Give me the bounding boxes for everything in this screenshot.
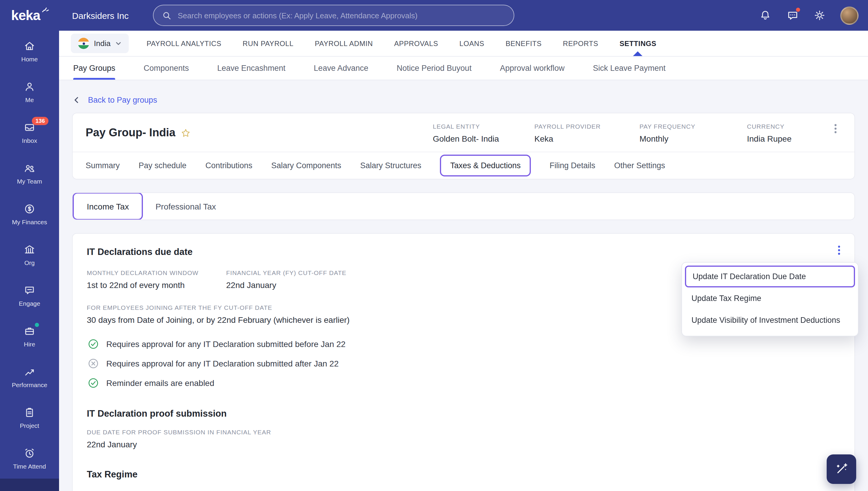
tab-approvals[interactable]: APPROVALS (394, 31, 438, 56)
it-declarations-context-menu: Update IT Declaration Due Date Update Ta… (681, 262, 859, 337)
x-circle-icon (88, 358, 99, 369)
sidebar-item-hire[interactable]: Hire (0, 316, 59, 356)
subtab-leave-encashment[interactable]: Leave Encashment (217, 57, 285, 80)
tab-salary-components[interactable]: Salary Components (271, 161, 341, 170)
sidebar-label: Inbox (22, 137, 37, 144)
subtab-notice-period-buyout[interactable]: Notice Period Buyout (397, 57, 472, 80)
back-link-label: Back to Pay groups (88, 96, 157, 105)
rule-text: Reminder emails are enabled (106, 378, 214, 388)
keka-logo[interactable]: keka (0, 0, 59, 31)
global-search[interactable] (153, 5, 514, 26)
user-avatar[interactable] (840, 6, 859, 25)
tab-pay-schedule[interactable]: Pay schedule (139, 161, 187, 170)
tab-reports[interactable]: REPORTS (563, 31, 598, 56)
team-icon (24, 162, 35, 174)
menu-item-update-visibility-investment-deductions[interactable]: Update Visibility of Investment Deductio… (682, 309, 858, 331)
rule-text: Requires approval for any IT Declaration… (106, 359, 339, 368)
chevron-down-icon (115, 40, 122, 47)
search-input[interactable] (178, 11, 505, 20)
india-flag-icon (78, 38, 89, 49)
subtab-leave-advance[interactable]: Leave Advance (314, 57, 368, 80)
subtab-approval-workflow[interactable]: Approval workflow (500, 57, 564, 80)
section-heading-it-declarations: IT Declarations due date (87, 247, 840, 257)
tab-payroll-analytics[interactable]: PAYROLL ANALYTICS (146, 31, 221, 56)
meta-currency: CURRENCY India Rupee (747, 123, 830, 143)
tab-loans[interactable]: LOANS (459, 31, 484, 56)
rule-approval-before-cutoff: Requires approval for any IT Declaration… (87, 339, 840, 349)
tab-other-settings[interactable]: Other Settings (614, 161, 665, 170)
sidebar-item-project[interactable]: Project (0, 397, 59, 438)
top-header: keka Darksiders Inc (0, 0, 868, 31)
engage-icon (24, 284, 35, 296)
sidebar-item-performance[interactable]: Performance (0, 356, 59, 397)
sidebar-item-home[interactable]: Home (0, 31, 59, 71)
pay-group-header: Pay Group- India LEGAL ENTITY Golden Bol… (73, 113, 855, 152)
meta-label: LEGAL ENTITY (433, 123, 534, 130)
person-icon (24, 81, 35, 92)
sidebar-item-my-finances[interactable]: My Finances (0, 194, 59, 234)
sidebar-label: My Team (17, 177, 42, 184)
hire-dot-badge (35, 323, 39, 327)
tab-professional-tax[interactable]: Professional Tax (156, 202, 216, 211)
company-name: Darksiders Inc (72, 10, 129, 20)
meta-label: PAYROLL PROVIDER (534, 123, 640, 130)
declaration-rules-list: Requires approval for any IT Declaration… (87, 339, 840, 388)
meta-value: Golden Bolt- India (433, 134, 534, 143)
tab-income-tax[interactable]: Income Tax (73, 192, 143, 220)
tab-contributions[interactable]: Contributions (205, 161, 252, 170)
sidebar-item-engage[interactable]: Engage (0, 275, 59, 316)
sidebar-label: My Finances (12, 218, 47, 225)
meta-value: Monthly (640, 134, 747, 143)
search-icon (162, 10, 172, 20)
sidebar-item-payroll[interactable] (0, 479, 59, 491)
subtab-sick-leave-payment[interactable]: Sick Leave Payment (593, 57, 666, 80)
tab-run-payroll[interactable]: RUN PAYROLL (243, 31, 293, 56)
sidebar-item-inbox[interactable]: Inbox 136 (0, 112, 59, 153)
country-selector[interactable]: India (71, 34, 129, 53)
check-circle-icon (88, 339, 99, 349)
magic-wand-fab[interactable] (827, 455, 856, 484)
subtab-components[interactable]: Components (144, 57, 189, 80)
tax-tabs-card: Income Tax Professional Tax (72, 192, 855, 220)
meta-legal-entity: LEGAL ENTITY Golden Bolt- India (433, 123, 534, 143)
pay-group-card: Pay Group- India LEGAL ENTITY Golden Bol… (72, 113, 855, 179)
tab-filing-details[interactable]: Filing Details (550, 161, 595, 170)
pay-group-tabs: Summary Pay schedule Contributions Salar… (73, 152, 855, 179)
sidebar-label: Org (24, 259, 34, 266)
tab-benefits[interactable]: BENEFITS (505, 31, 541, 56)
tab-salary-structures[interactable]: Salary Structures (360, 161, 421, 170)
project-icon (24, 406, 35, 418)
meta-value: Keka (534, 134, 640, 143)
bell-icon[interactable] (759, 9, 772, 22)
it-declarations-kebab-icon[interactable] (833, 244, 845, 256)
star-icon[interactable] (181, 128, 191, 138)
gear-icon[interactable] (813, 9, 826, 22)
menu-item-update-it-declaration-due-date[interactable]: Update IT Declaration Due Date (685, 266, 855, 287)
tab-settings[interactable]: SETTINGS (619, 31, 656, 56)
pay-group-kebab-icon[interactable] (830, 123, 841, 135)
chevron-left-icon (72, 96, 81, 105)
performance-icon (24, 366, 35, 377)
helpdesk-badge (795, 7, 801, 12)
field-monthly-declaration-window: MONTHLY DECLARATION WINDOW 1st to 22nd o… (87, 269, 226, 290)
module-nav-items: PAYROLL ANALYTICS RUN PAYROLL PAYROLL AD… (146, 31, 656, 56)
keka-logo-text: keka (11, 7, 40, 23)
tab-taxes-deductions[interactable]: Taxes & Deductions (440, 154, 531, 176)
sidebar-item-me[interactable]: Me (0, 71, 59, 112)
subtab-pay-groups[interactable]: Pay Groups (73, 57, 115, 80)
meta-value: India Rupee (747, 134, 830, 143)
menu-item-update-tax-regime[interactable]: Update Tax Regime (682, 287, 858, 309)
sidebar-item-my-team[interactable]: My Team (0, 153, 59, 194)
tab-summary[interactable]: Summary (86, 161, 120, 170)
helpdesk-icon[interactable] (786, 9, 799, 22)
rule-text: Requires approval for any IT Declaration… (106, 339, 345, 349)
header-actions (759, 0, 859, 31)
back-to-pay-groups[interactable]: Back to Pay groups (72, 96, 157, 105)
field-value: 1st to 22nd of every month (87, 280, 226, 290)
sidebar-item-time-attend[interactable]: Time Attend (0, 438, 59, 479)
tab-payroll-admin[interactable]: PAYROLL ADMIN (315, 31, 373, 56)
field-proof-due-date: DUE DATE FOR PROOF SUBMISSION IN FINANCI… (87, 428, 840, 449)
finances-icon (24, 203, 35, 214)
inbox-count-badge: 136 (32, 117, 49, 125)
sidebar-item-org[interactable]: Org (0, 234, 59, 275)
